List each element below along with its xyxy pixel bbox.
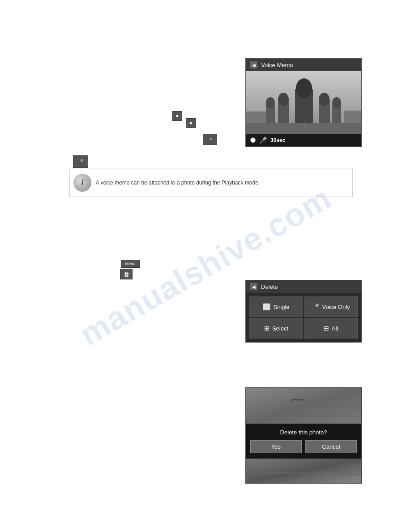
info-text: A voice memo can be attached to a photo … — [96, 179, 260, 187]
delete-panel-header: ◀ Delete — [246, 280, 361, 293]
delete-option-select[interactable]: ⊞ Select — [249, 318, 303, 339]
delete-button[interactable]: 🗑 — [120, 269, 133, 279]
single-icon: ⬜ — [263, 303, 270, 310]
svg-rect-16 — [344, 111, 361, 123]
select-label: Select — [272, 325, 288, 332]
voice-memo-mode-icon: 🎤 — [73, 155, 88, 168]
svg-rect-12 — [323, 94, 325, 100]
svg-rect-1 — [246, 123, 361, 134]
svg-rect-7 — [282, 94, 285, 100]
select-icon: ⊞ — [264, 325, 270, 332]
info-icon: i — [73, 174, 91, 192]
voice-memo-header: ◀ Voice Memo — [246, 59, 361, 71]
delete-option-voice-only[interactable]: 🎤 Voice Only — [304, 296, 358, 317]
svg-point-9 — [266, 97, 275, 108]
svg-rect-18 — [246, 459, 361, 483]
step-icon-2: ■ — [186, 118, 196, 128]
svg-rect-4 — [303, 79, 305, 89]
delete-icon: 🗑 — [124, 271, 129, 278]
confirm-cancel-button[interactable]: Cancel — [305, 440, 357, 453]
delete-panel: ◀ Delete ⬜ Single 🎤 Voice Only ⊞ Select … — [245, 280, 362, 343]
confirm-buttons: Yes Cancel — [250, 440, 357, 453]
record-dot — [250, 137, 256, 143]
confirm-dialog-box: Delete this photo? Yes Cancel — [246, 424, 361, 459]
step-icon-1: ■ — [172, 111, 182, 121]
voice-memo-back-icon[interactable]: ◀ — [250, 61, 257, 69]
confirm-question: Delete this photo? — [250, 429, 357, 436]
yes-label: Yes — [271, 443, 281, 450]
voice-only-icon: 🎤 — [312, 303, 319, 310]
voice-memo-image — [246, 71, 361, 134]
svg-point-14 — [332, 97, 341, 108]
confirm-photo-bottom — [246, 459, 361, 483]
all-icon: ⊟ — [324, 325, 329, 332]
confirm-photo-top — [246, 388, 361, 424]
delete-option-single[interactable]: ⬜ Single — [249, 296, 303, 317]
single-label: Single — [273, 304, 289, 310]
delete-panel-title: Delete — [261, 283, 278, 290]
delete-confirm-panel: Delete this photo? Yes Cancel — [245, 387, 362, 484]
voice-memo-panel: ◀ Voice Memo — [245, 58, 362, 147]
cancel-label: Cancel — [322, 443, 340, 450]
info-box: i A voice memo can be attached to a phot… — [69, 168, 353, 197]
mic-icon: 🎤 — [259, 137, 267, 144]
menu-label: Menu — [125, 262, 136, 266]
delete-panel-back-icon[interactable]: ◀ — [250, 283, 257, 290]
voice-only-label: Voice Only — [322, 304, 350, 310]
menu-button[interactable]: Menu — [121, 260, 140, 268]
timer-display: 30sec — [270, 137, 285, 143]
delete-option-all[interactable]: ⊟ All — [304, 318, 358, 339]
timer-annotation-line — [304, 124, 304, 131]
voice-memo-title: Voice Memo — [261, 62, 293, 69]
delete-options-grid: ⬜ Single 🎤 Voice Only ⊞ Select ⊟ All — [246, 293, 361, 342]
all-label: All — [332, 325, 338, 332]
voice-memo-step-icon: 🎤 — [203, 134, 217, 145]
voice-memo-bottom: 🎤 30sec — [246, 134, 361, 146]
svg-rect-17 — [246, 388, 361, 424]
confirm-yes-button[interactable]: Yes — [250, 440, 302, 453]
svg-rect-15 — [246, 112, 266, 123]
